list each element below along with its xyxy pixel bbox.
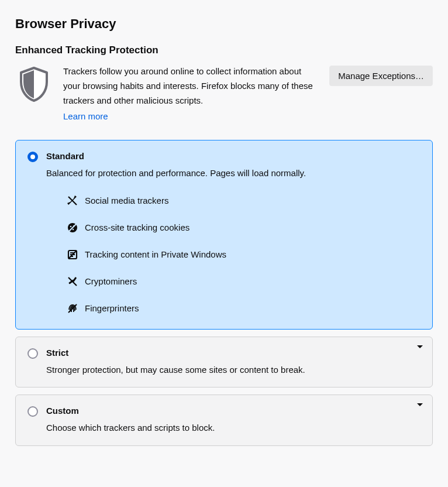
- tracker-item-fingerprint: Fingerprinters: [67, 303, 421, 314]
- option-custom[interactable]: Custom Choose which trackers and scripts…: [15, 395, 433, 446]
- social-trackers-icon: [67, 196, 78, 206]
- tracker-item-label: Cryptominers: [85, 276, 137, 286]
- tracker-item-cookies: Cross-site tracking cookies: [67, 222, 421, 233]
- chevron-down-icon[interactable]: [417, 403, 423, 406]
- radio-standard[interactable]: [27, 152, 38, 162]
- option-standard-title: Standard: [46, 151, 421, 161]
- tracker-item-label: Social media trackers: [85, 196, 168, 205]
- page-title: Browser Privacy: [15, 16, 433, 32]
- cookies-icon: [67, 222, 78, 233]
- svg-line-10: [68, 251, 77, 259]
- tracker-item-label: Fingerprinters: [85, 303, 139, 313]
- option-strict[interactable]: Strict Stronger protection, but may caus…: [15, 337, 433, 388]
- cryptominers-icon: [67, 276, 78, 287]
- radio-custom[interactable]: [27, 406, 38, 417]
- etp-heading: Enhanced Tracking Protection: [15, 44, 433, 56]
- option-custom-desc: Choose which trackers and scripts to blo…: [46, 421, 421, 435]
- shield-icon: [15, 64, 53, 103]
- learn-more-link[interactable]: Learn more: [63, 111, 108, 121]
- tracking-content-icon: [67, 249, 78, 260]
- etp-description: Trackers follow you around online to col…: [63, 64, 319, 108]
- fingerprinters-icon: [67, 303, 78, 314]
- standard-tracker-list: Social media trackers: [46, 196, 421, 314]
- tracker-item-content: Tracking content in Private Windows: [67, 249, 421, 260]
- tracker-item-crypto: Cryptominers: [67, 276, 421, 287]
- chevron-down-icon[interactable]: [417, 345, 423, 348]
- option-strict-desc: Stronger protection, but may cause some …: [46, 363, 421, 377]
- svg-point-2: [70, 225, 72, 227]
- svg-line-14: [68, 304, 77, 313]
- option-standard[interactable]: Standard Balanced for protection and per…: [15, 140, 433, 330]
- svg-point-4: [73, 229, 74, 230]
- etp-header: Trackers follow you around online to col…: [15, 64, 433, 121]
- option-custom-title: Custom: [46, 406, 421, 416]
- manage-exceptions-button[interactable]: Manage Exceptions…: [329, 66, 433, 86]
- option-standard-desc: Balanced for protection and performance.…: [46, 167, 421, 180]
- option-strict-title: Strict: [46, 348, 421, 358]
- tracker-item-label: Tracking content in Private Windows: [85, 249, 226, 259]
- tracker-item-social: Social media trackers: [67, 196, 421, 206]
- radio-strict[interactable]: [27, 348, 38, 359]
- tracker-item-label: Cross-site tracking cookies: [85, 222, 189, 232]
